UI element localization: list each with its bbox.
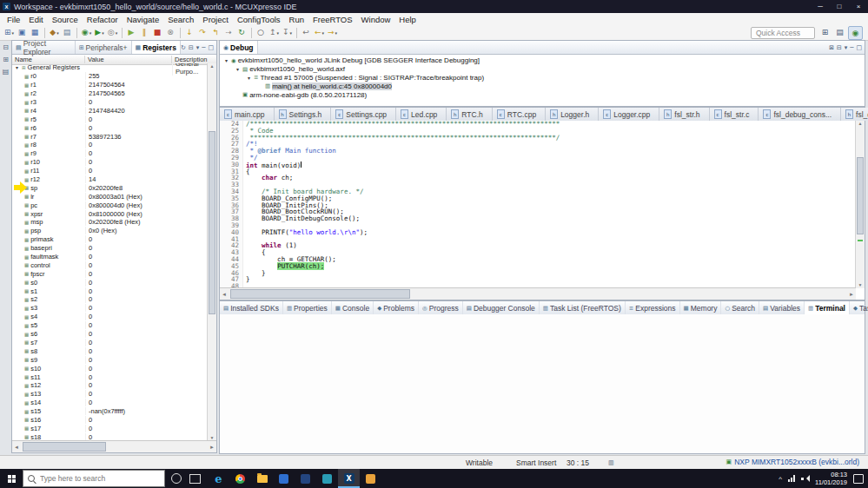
register-row[interactable]: ▦r7 538972136 — [12, 132, 208, 141]
menu-item[interactable]: ConfigTools — [233, 15, 285, 24]
register-row[interactable]: ▦s3 0 — [12, 304, 208, 313]
register-row[interactable]: ▦xpsr 0x81000000 (Hex) — [12, 209, 208, 218]
outline-shortcut-icon[interactable]: ▤ — [3, 68, 10, 76]
back-icon[interactable]: ←▾ — [314, 26, 325, 39]
step-over-icon[interactable]: ↷ — [197, 26, 209, 39]
toolbar-separator[interactable] — [44, 28, 45, 38]
register-row[interactable]: ▦r4 2147484420 — [12, 106, 208, 115]
minimize-view-icon[interactable]: ─ — [202, 44, 205, 51]
target-device-link[interactable]: ▣NXP MIMXRT1052xxxxB (evkbi...orld) — [726, 458, 859, 466]
menu-item[interactable]: Edit — [24, 15, 47, 24]
register-row[interactable]: ▦s4 0 — [12, 313, 208, 321]
refresh-icon[interactable]: ↻ — [181, 44, 186, 51]
terminal-view-content[interactable] — [220, 314, 865, 453]
register-row[interactable]: ▦r9 0 — [12, 149, 208, 158]
save-all-icon[interactable]: ▦ — [30, 26, 41, 39]
column-header[interactable]: Description — [172, 56, 216, 63]
action-center-icon[interactable] — [853, 474, 864, 484]
view-tab[interactable]: ⊞Peripherals+ — [76, 41, 132, 54]
register-row[interactable]: ▦r8 0 — [12, 141, 208, 149]
register-row[interactable]: ▦s0 0 — [12, 278, 208, 287]
bottom-view-tab[interactable]: ▦Memory — [680, 301, 722, 314]
start-button[interactable] — [0, 469, 23, 488]
register-row[interactable]: ▦s14 0 — [12, 399, 208, 407]
menu-item[interactable]: File — [3, 15, 24, 24]
tab-debug[interactable]: ◉Debug — [220, 41, 258, 54]
menu-item[interactable]: Run — [285, 15, 308, 24]
debug-tree-node[interactable]: ▣ arm-none-eabi-gdb (8.0.50.20171128) — [220, 90, 865, 99]
register-row[interactable]: ▦s8 0 — [12, 346, 208, 355]
maximize-view-icon[interactable]: □ — [856, 44, 862, 51]
debug-perspective-icon[interactable]: ◉ — [848, 26, 863, 40]
register-row[interactable]: ▦s9 0 — [12, 355, 208, 364]
menu-item[interactable]: Source — [48, 15, 83, 24]
scrollbar-thumb[interactable] — [209, 131, 215, 314]
menu-item[interactable]: FreeRTOS — [308, 15, 357, 24]
maximize-button[interactable]: □ — [830, 0, 849, 13]
bottom-view-tab[interactable]: ▤Debugger Console — [463, 301, 540, 314]
tray-chevron-icon[interactable]: ^ — [779, 475, 782, 483]
register-row[interactable]: ▦psp 0x0 (Hex) — [12, 227, 208, 235]
debug-tree-node[interactable]: ▥ main() at hello_world.c:45 0x800004d0 — [220, 82, 865, 90]
last-edit-location-icon[interactable]: ↩ — [301, 26, 312, 39]
code-editor[interactable]: 24 /************************************… — [220, 121, 856, 288]
step-into-icon[interactable]: ↓ — [184, 26, 195, 39]
register-row[interactable]: ▦fpscr 0 — [12, 269, 208, 278]
register-group-row[interactable]: ▾⊞General Registers General Purpo... — [12, 63, 208, 72]
register-row[interactable]: ▦s5 0 — [12, 321, 208, 330]
register-row[interactable]: ▦r5 0 — [12, 115, 208, 123]
build-icon[interactable]: ◆▾ — [49, 26, 60, 39]
profile-icon[interactable]: ◎▾ — [107, 26, 118, 39]
column-header[interactable]: Name — [12, 56, 85, 63]
view-menu-icon[interactable]: ▾ — [845, 44, 848, 51]
terminate-icon[interactable]: ■ — [152, 26, 163, 39]
resume-icon[interactable]: ▶ — [126, 26, 137, 39]
file-explorer-icon[interactable] — [251, 469, 273, 488]
instruction-stepping-icon[interactable]: ⇢ — [223, 26, 235, 39]
debug-tree-node[interactable]: ▾ ◉ evkbimxrt1050_hello_world JLink Debu… — [220, 56, 865, 65]
view-menu-icon[interactable]: ▾ — [196, 44, 200, 51]
editor-tab[interactable]: hLogger.h — [546, 108, 599, 121]
step-return-icon[interactable]: ↰ — [210, 26, 222, 39]
cortana-icon[interactable] — [171, 473, 182, 484]
register-row[interactable]: ▦r2 2147504565 — [12, 89, 208, 98]
menu-item[interactable]: Refactor — [83, 15, 123, 24]
register-row[interactable]: ▦r6 0 — [12, 123, 208, 132]
progress-monitor-icon[interactable]: ▥ — [608, 459, 614, 466]
search-input[interactable] — [38, 473, 160, 484]
save-icon[interactable]: ▣ — [17, 26, 28, 39]
app-navy-icon[interactable] — [295, 469, 316, 488]
open-perspective-icon[interactable]: ⊞ — [818, 26, 832, 38]
register-row[interactable]: ▦lr 0x80003a01 (Hex) — [12, 192, 208, 201]
register-row[interactable]: ▦s16 0 — [12, 416, 208, 425]
register-row[interactable]: ▦s2 0 — [12, 295, 208, 304]
bottom-view-tab[interactable]: ▥Properties — [283, 301, 332, 314]
register-row[interactable]: ▦s6 0 — [12, 330, 208, 339]
expander-icon[interactable]: ▾ — [223, 57, 229, 63]
editor-vertical-scrollbar[interactable]: ▲▼ — [855, 121, 865, 288]
scrollbar-thumb[interactable] — [230, 289, 410, 299]
app-teal-icon[interactable] — [316, 469, 338, 488]
editor-tab[interactable]: hfsl_str.h — [659, 108, 709, 121]
register-row[interactable]: ▦sp 0x20200fe8 — [12, 183, 208, 192]
bottom-view-tab[interactable]: ▥Task List (FreeRTOS) — [540, 301, 626, 314]
search-icon[interactable]: ○ — [255, 26, 267, 39]
debug-tree-node[interactable]: ▾ ≡ Thread #1 57005 (Suspended : Signal … — [220, 74, 865, 82]
register-row[interactable]: ▦s13 0 — [12, 390, 208, 399]
register-row[interactable]: ▦s15 -nan(0x7fffff) — [12, 407, 208, 416]
bottom-view-tab[interactable]: ▤Installed SDKs — [220, 301, 283, 314]
menu-item[interactable]: Search — [163, 15, 198, 24]
debug-icon[interactable]: ◉▾ — [81, 26, 92, 39]
maximize-view-icon[interactable]: □ — [208, 44, 214, 51]
app-blue-icon[interactable] — [273, 469, 295, 488]
view-tab[interactable]: ▦Registers — [132, 41, 181, 54]
register-row[interactable]: ▦r3 0 — [12, 98, 208, 107]
bottom-view-tab[interactable]: ◆Problems — [374, 301, 419, 314]
register-row[interactable]: ▦msp 0x20200fe8 (Hex) — [12, 218, 208, 227]
close-button[interactable]: × — [849, 0, 868, 13]
network-icon[interactable] — [788, 475, 795, 482]
register-row[interactable]: ▦s1 0 — [12, 287, 208, 295]
view-tab[interactable]: ▤Project Explorer — [12, 41, 76, 54]
app-orange-icon[interactable] — [360, 469, 381, 488]
bottom-view-tab[interactable]: ▦Console — [332, 301, 374, 314]
